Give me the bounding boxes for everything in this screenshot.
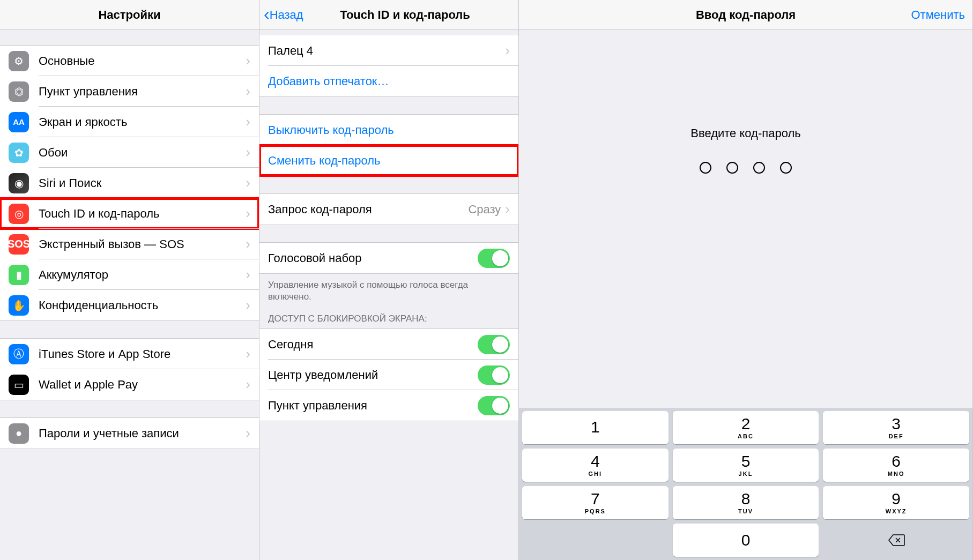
numeric-keypad: 12ABC3DEF4GHI5JKL6MNO7PQRS8TUV9WXYZ0 <box>519 408 972 560</box>
back-button[interactable]: ‹ Назад <box>264 6 303 24</box>
settings-row-general[interactable]: ⚙︎Основные› <box>0 46 259 76</box>
settings-row-accounts[interactable]: ●Пароли и учетные записи› <box>0 418 259 449</box>
settings-row-display[interactable]: AAЭкран и яркость› <box>0 107 259 137</box>
today-row[interactable]: Сегодня <box>259 329 518 360</box>
chevron-right-icon: › <box>246 83 250 100</box>
voice-dial-toggle[interactable] <box>478 249 510 268</box>
chevron-right-icon: › <box>246 376 250 393</box>
wallpaper-icon: ✿ <box>9 143 29 163</box>
keypad-key-0[interactable]: 0 <box>673 524 819 557</box>
row-label: Siri и Поиск <box>39 176 246 190</box>
keypad-key-4[interactable]: 4GHI <box>522 449 669 482</box>
navbar-touchid: ‹ Назад Touch ID и код-пароль <box>259 0 518 30</box>
settings-row-privacy[interactable]: ✋Конфиденциальность› <box>0 290 259 320</box>
change-passcode-row[interactable]: Сменить код-пароль <box>259 145 518 176</box>
settings-row-itunes[interactable]: ⒶiTunes Store и App Store› <box>0 339 259 369</box>
chevron-right-icon: › <box>246 144 250 161</box>
settings-row-battery[interactable]: ▮Аккумулятор› <box>0 259 259 290</box>
control-center-row[interactable]: Пункт управления <box>259 390 518 421</box>
settings-row-sos[interactable]: SOSЭкстренный вызов — SOS› <box>0 229 259 259</box>
keypad-key-7[interactable]: 7PQRS <box>522 486 669 519</box>
row-label: Wallet и Apple Pay <box>39 378 246 392</box>
keypad-key-5[interactable]: 5JKL <box>673 449 819 482</box>
today-toggle[interactable] <box>478 335 510 354</box>
key-number: 6 <box>892 453 901 469</box>
voice-dial-row[interactable]: Голосовой набор <box>259 243 518 273</box>
back-label: Назад <box>270 8 303 22</box>
key-letters: MNO <box>888 471 905 477</box>
row-label: Обои <box>39 146 246 160</box>
chevron-right-icon: › <box>246 53 250 69</box>
chevron-right-icon: › <box>246 346 250 362</box>
notif-label: Центр уведомлений <box>268 368 478 382</box>
settings-group-1: ⚙︎Основные›⏣Пункт управления›AAЭкран и я… <box>0 45 259 321</box>
settings-row-control[interactable]: ⏣Пункт управления› <box>0 76 259 107</box>
settings-row-siri[interactable]: ◉Siri и Поиск› <box>0 168 259 198</box>
key-letters: DEF <box>889 433 904 439</box>
sos-icon: SOS <box>9 234 29 255</box>
key-letters: PQRS <box>585 508 606 514</box>
keypad-key-1[interactable]: 1 <box>522 411 669 444</box>
row-label: Пароли и учетные записи <box>39 427 246 440</box>
backspace-icon <box>888 534 905 547</box>
control-toggle[interactable] <box>478 396 510 415</box>
touchid-icon: ◎ <box>9 204 29 224</box>
settings-row-touchid[interactable]: ◎Touch ID и код-пароль› <box>0 198 259 229</box>
privacy-icon: ✋ <box>9 295 29 316</box>
change-passcode-label: Сменить код-пароль <box>268 154 510 168</box>
general-icon: ⚙︎ <box>9 51 29 71</box>
require-passcode-row[interactable]: Запрос код-пароля Сразу › <box>259 194 518 225</box>
keypad-backspace[interactable] <box>823 524 969 557</box>
keypad-key-3[interactable]: 3DEF <box>823 411 969 444</box>
keypad-key-9[interactable]: 9WXYZ <box>823 486 969 519</box>
key-number: 0 <box>741 532 751 548</box>
key-number: 7 <box>591 491 600 507</box>
settings-group-3: ●Пароли и учетные записи› <box>0 417 259 449</box>
row-label: Touch ID и код-пароль <box>39 207 246 221</box>
chevron-right-icon: › <box>505 201 510 218</box>
nav-title: Ввод код-пароля <box>696 8 796 22</box>
settings-row-wallet[interactable]: ▭Wallet и Apple Pay› <box>0 369 259 400</box>
siri-icon: ◉ <box>9 173 29 193</box>
touchid-pane: ‹ Назад Touch ID и код-пароль Палец 4 › … <box>259 0 519 560</box>
voice-dial-group: Голосовой набор <box>259 242 518 274</box>
passcode-prompt: Введите код-пароль <box>519 126 972 140</box>
chevron-right-icon: › <box>246 205 250 222</box>
require-value: Сразу <box>468 203 501 216</box>
chevron-right-icon: › <box>246 236 250 252</box>
notif-toggle[interactable] <box>478 365 510 385</box>
navbar-passcode: Ввод код-пароля Отменить <box>519 0 972 30</box>
notification-center-row[interactable]: Центр уведомлений <box>259 360 518 390</box>
cancel-button[interactable]: Отменить <box>911 8 965 22</box>
passcode-dot <box>726 162 738 174</box>
finger-label: Палец 4 <box>268 44 505 58</box>
keypad-key-8[interactable]: 8TUV <box>673 486 819 519</box>
row-label: Пункт управления <box>39 85 246 99</box>
battery-icon: ▮ <box>9 265 29 285</box>
turn-off-passcode-row[interactable]: Выключить код-пароль <box>259 115 518 145</box>
nav-title: Touch ID и код-пароль <box>340 8 470 22</box>
fingerprints-group: Палец 4 › Добавить отпечаток… <box>259 35 518 97</box>
key-number: 5 <box>741 453 751 469</box>
key-letters: WXYZ <box>886 508 907 514</box>
keypad-key-2[interactable]: 2ABC <box>673 411 819 444</box>
row-label: Экстренный вызов — SOS <box>39 237 246 251</box>
display-icon: AA <box>9 112 29 132</box>
add-fingerprint-row[interactable]: Добавить отпечаток… <box>259 66 518 96</box>
finger-row[interactable]: Палец 4 › <box>259 35 518 66</box>
lock-access-header: ДОСТУП С БЛОКИРОВКОЙ ЭКРАНА: <box>259 303 518 328</box>
voice-dial-footer: Управление музыкой с помощью голоса всег… <box>259 274 518 303</box>
voice-dial-label: Голосовой набор <box>268 251 478 265</box>
chevron-right-icon: › <box>246 266 250 283</box>
chevron-right-icon: › <box>246 297 250 313</box>
key-letters: GHI <box>589 471 603 477</box>
passcode-dot <box>700 162 711 174</box>
wallet-icon: ▭ <box>9 375 29 395</box>
passcode-area: Введите код-пароль <box>519 30 972 174</box>
settings-row-wallpaper[interactable]: ✿Обои› <box>0 137 259 168</box>
require-label: Запрос код-пароля <box>268 203 468 216</box>
passcode-actions-group: Выключить код-пароль Сменить код-пароль <box>259 114 518 176</box>
row-label: Конфиденциальность <box>39 298 246 312</box>
lock-access-group: Сегодня Центр уведомлений Пункт управлен… <box>259 328 518 421</box>
keypad-key-6[interactable]: 6MNO <box>823 449 969 482</box>
